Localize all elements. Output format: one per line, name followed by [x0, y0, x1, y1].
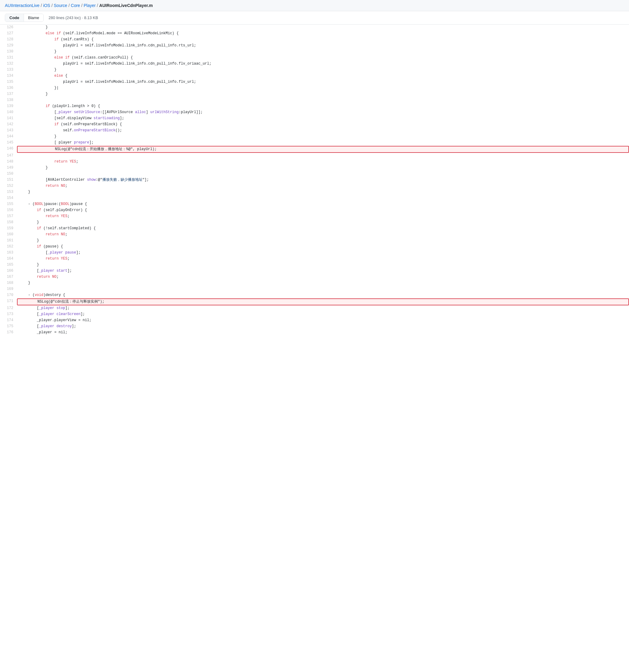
- table-row: 162 if (pause) {: [0, 244, 629, 250]
- line-number: 141: [0, 116, 17, 121]
- line-content: }: [17, 165, 629, 171]
- breadcrumb-sep-0: /: [41, 3, 42, 8]
- line-number: 159: [0, 225, 17, 231]
- line-number: 142: [0, 122, 17, 127]
- line-number: 134: [0, 73, 17, 79]
- breadcrumb-current-file: AUIRoomLiveCdnPlayer.m: [99, 3, 153, 8]
- line-number: 154: [0, 195, 17, 201]
- table-row: 129 playUrl = self.liveInfoModel.link_in…: [0, 43, 629, 49]
- table-row: 139 if (playUrl.length > 0) {: [0, 103, 629, 110]
- table-row: 126 }: [0, 25, 629, 31]
- table-row: 170 - (void)destory {: [0, 292, 629, 298]
- line-number: 175: [0, 323, 17, 329]
- line-number: 163: [0, 250, 17, 256]
- line-number: 172: [0, 305, 17, 311]
- table-row: 143 self.onPrepareStartBlock();: [0, 128, 629, 134]
- line-content: return YES;: [17, 256, 629, 262]
- breadcrumb-ios[interactable]: iOS: [43, 3, 50, 8]
- table-row: 144 }: [0, 134, 629, 140]
- line-content: return NO;: [17, 274, 629, 280]
- line-content: playUrl = self.liveInfoModel.link_info.c…: [17, 79, 629, 85]
- table-row: 167 return NO;: [0, 274, 629, 280]
- line-content: return YES;: [17, 214, 629, 219]
- line-number: 140: [0, 110, 17, 115]
- table-row: 146 NSLog(@"cdn拉流：开始播放，播放地址：%@", playUrl…: [0, 146, 629, 153]
- line-content: }: [17, 49, 629, 54]
- table-row: 141 [self.displayView startLoading];: [0, 116, 629, 122]
- table-row: 176 _player = nil;: [0, 330, 629, 336]
- table-row: 171 NSLog(@"cdn拉流：停止与释放实例");: [0, 298, 629, 305]
- table-row: 158 }: [0, 220, 629, 225]
- line-number: 165: [0, 262, 17, 268]
- line-content: - (BOOL)pause:(BOOL)pause {: [17, 201, 629, 207]
- table-row: 142 if (self.onPrepareStartBlock) {: [0, 122, 629, 128]
- breadcrumb-source[interactable]: Source: [54, 3, 67, 8]
- breadcrumb-bar: AUIInteractionLive / iOS / Source / Core…: [0, 0, 629, 11]
- line-content: return NO;: [17, 183, 629, 189]
- table-row: 164 return YES;: [0, 256, 629, 262]
- table-row: 128 if (self.canRts) {: [0, 37, 629, 43]
- line-number: 171: [0, 298, 17, 304]
- breadcrumb-repo[interactable]: AUIInteractionLive: [5, 3, 40, 8]
- table-row: 161 }: [0, 238, 629, 244]
- line-content: [_player pause];: [17, 250, 629, 256]
- line-content: }: [17, 262, 629, 268]
- table-row: 153 }: [0, 189, 629, 195]
- line-content: NSLog(@"cdn拉流：停止与释放实例");: [17, 298, 629, 305]
- line-number: 168: [0, 280, 17, 286]
- line-content: }: [17, 280, 629, 286]
- line-number: 158: [0, 220, 17, 225]
- line-number: 149: [0, 165, 17, 171]
- line-content: else if (self.liveInfoModel.mode == AUIR…: [17, 31, 629, 37]
- line-content: }: [17, 67, 629, 73]
- line-content: }: [17, 134, 629, 140]
- line-number: 169: [0, 286, 17, 292]
- line-content: }: [17, 220, 629, 225]
- line-content: _player.playerView = nil;: [17, 317, 629, 323]
- table-row: 165 }: [0, 262, 629, 268]
- table-row: 134 else {: [0, 73, 629, 79]
- line-number: 130: [0, 49, 17, 54]
- line-number: 151: [0, 177, 17, 183]
- breadcrumb-core[interactable]: Core: [71, 3, 80, 8]
- line-content: }|: [17, 85, 629, 91]
- line-number: 173: [0, 311, 17, 317]
- breadcrumb-player[interactable]: Player: [84, 3, 96, 8]
- table-row: 173 [_player clearScreen];: [0, 311, 629, 317]
- line-number: 143: [0, 128, 17, 134]
- table-row: 163 [_player pause];: [0, 250, 629, 256]
- table-row: 145 [ player prepare];: [0, 140, 629, 146]
- line-number: 167: [0, 274, 17, 280]
- line-content: [self.displayView startLoading];: [17, 116, 629, 121]
- view-toggle: Code Blame: [5, 14, 44, 22]
- line-number: 157: [0, 214, 17, 219]
- table-row: 172 [_player stop];: [0, 305, 629, 311]
- line-number: 162: [0, 244, 17, 249]
- line-number: 160: [0, 232, 17, 237]
- line-number: 139: [0, 103, 17, 109]
- line-content: _player = nil;: [17, 330, 629, 335]
- line-content: else {: [17, 73, 629, 79]
- blame-button[interactable]: Blame: [24, 14, 44, 22]
- table-row: 130 }: [0, 49, 629, 55]
- line-number: 147: [0, 153, 17, 159]
- table-row: 168 }: [0, 280, 629, 286]
- line-number: 126: [0, 25, 17, 30]
- line-content: }: [17, 91, 629, 97]
- table-row: 140 [_player setUrlSource:[[AVPUrlSource…: [0, 110, 629, 116]
- line-content: }: [17, 25, 629, 30]
- line-number: 138: [0, 97, 17, 103]
- code-button[interactable]: Code: [5, 14, 24, 22]
- line-content: NSLog(@"cdn拉流：开始播放，播放地址：%@", playUrl);: [17, 146, 629, 153]
- table-row: 131 else if (self.class.canOriaccPull) {: [0, 55, 629, 61]
- table-row: 155 - (BOOL)pause:(BOOL)pause {: [0, 201, 629, 208]
- line-content: return NO;: [17, 232, 629, 237]
- line-number: 129: [0, 43, 17, 49]
- line-content: [_player clearScreen];: [17, 311, 629, 317]
- table-row: 150: [0, 171, 629, 177]
- toolbar: Code Blame 280 lines (243 loc) · 8.13 KB: [0, 11, 629, 25]
- line-number: 161: [0, 238, 17, 243]
- line-number: 136: [0, 85, 17, 91]
- table-row: 135 playUrl = self.liveInfoModel.link_in…: [0, 79, 629, 85]
- table-row: 148 return YES;: [0, 159, 629, 165]
